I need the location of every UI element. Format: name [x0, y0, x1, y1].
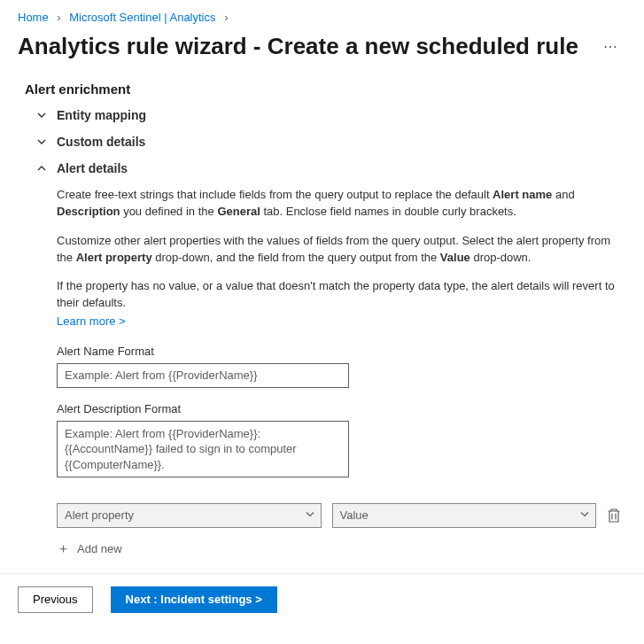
alert-property-row: Alert property Value: [57, 503, 623, 528]
page-title: Analytics rule wizard - Create a new sch…: [18, 33, 578, 60]
breadcrumb-separator: ›: [57, 11, 60, 24]
alert-name-format-label: Alert Name Format: [57, 345, 623, 358]
dropdown-placeholder: Value: [340, 508, 369, 522]
breadcrumb: Home › Microsoft Sentinel | Analytics ›: [0, 0, 644, 29]
alert-details-body: Create free-text strings that include fi…: [0, 182, 644, 566]
chevron-down-icon: [35, 136, 48, 148]
dropdown-placeholder: Alert property: [65, 508, 134, 522]
breadcrumb-home[interactable]: Home: [18, 11, 49, 24]
chevron-down-icon: [305, 508, 315, 522]
accordion-label: Custom details: [57, 135, 145, 149]
next-button[interactable]: Next : Incident settings >: [111, 586, 277, 613]
accordion-alert-details[interactable]: Alert details: [0, 155, 644, 182]
chevron-up-icon: [35, 162, 48, 175]
accordion-custom-details[interactable]: Custom details: [0, 128, 644, 155]
trash-icon[interactable]: [607, 507, 623, 524]
add-new-label: Add new: [77, 542, 122, 555]
title-row: Analytics rule wizard - Create a new sch…: [0, 29, 644, 73]
value-dropdown[interactable]: Value: [332, 503, 597, 528]
plus-icon: ＋: [57, 540, 70, 557]
chevron-down-icon: [579, 508, 590, 522]
accordion-label: Alert details: [57, 161, 128, 175]
description-para-3: If the property has no value, or a value…: [57, 278, 623, 330]
description-para-1: Create free-text strings that include fi…: [57, 187, 623, 221]
previous-button[interactable]: Previous: [18, 586, 93, 613]
chevron-down-icon: [35, 109, 48, 121]
more-icon[interactable]: ⋯: [603, 38, 619, 55]
description-para-2: Customize other alert properties with th…: [57, 233, 623, 267]
accordion-label: Entity mapping: [57, 108, 146, 122]
alert-description-format-block: Alert Description Format: [57, 402, 623, 480]
breadcrumb-sentinel[interactable]: Microsoft Sentinel | Analytics: [69, 11, 215, 24]
wizard-footer: Previous Next : Incident settings >: [0, 573, 644, 625]
accordion-entity-mapping[interactable]: Entity mapping: [0, 102, 644, 128]
alert-name-format-input[interactable]: [57, 363, 349, 388]
breadcrumb-separator: ›: [224, 11, 228, 24]
alert-description-format-input[interactable]: [57, 421, 349, 477]
alert-property-dropdown[interactable]: Alert property: [57, 503, 322, 528]
add-new-button[interactable]: ＋ Add new: [57, 540, 623, 557]
section-alert-enrichment: Alert enrichment: [0, 73, 644, 102]
learn-more-link[interactable]: Learn more >: [57, 314, 126, 330]
alert-description-format-label: Alert Description Format: [57, 402, 623, 415]
alert-name-format-block: Alert Name Format: [57, 345, 623, 388]
